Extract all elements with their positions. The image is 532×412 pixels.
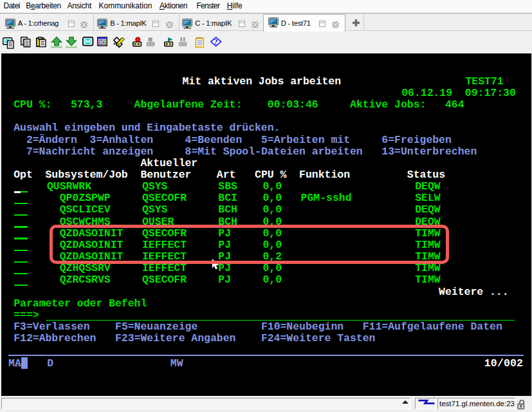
svg-text:?: ? [214, 37, 218, 46]
